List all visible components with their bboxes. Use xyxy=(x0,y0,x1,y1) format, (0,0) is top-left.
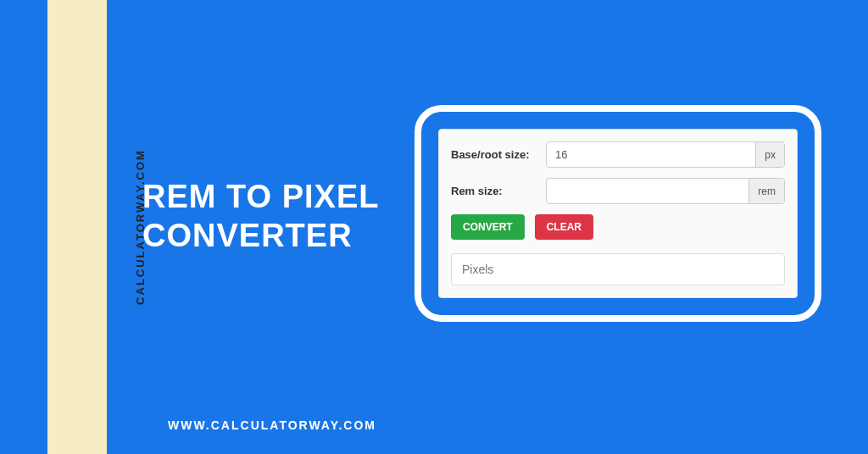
base-size-group: px xyxy=(546,141,785,168)
clear-button[interactable]: CLEAR xyxy=(535,214,593,240)
title-line1: REM TO PIXEL xyxy=(142,179,379,214)
rem-size-input[interactable] xyxy=(547,179,748,203)
title-line2: CONVERTER xyxy=(142,218,353,253)
output-box: Pixels xyxy=(451,253,785,285)
base-size-row: Base/root size: px xyxy=(451,141,785,168)
base-size-input[interactable] xyxy=(547,142,755,167)
rem-size-group: rem xyxy=(546,178,785,204)
rem-size-row: Rem size: rem xyxy=(451,178,785,204)
converter-frame: Base/root size: px Rem size: rem CONVERT… xyxy=(415,105,821,322)
rem-size-label: Rem size: xyxy=(451,185,546,197)
converter-card: Base/root size: px Rem size: rem CONVERT… xyxy=(438,129,798,298)
rem-size-unit: rem xyxy=(748,179,784,203)
decorative-stripe xyxy=(47,0,107,454)
page-title: REM TO PIXEL CONVERTER xyxy=(142,178,379,255)
convert-button[interactable]: CONVERT xyxy=(451,214,525,240)
footer-url: WWW.CALCULATORWAY.COM xyxy=(168,418,376,432)
base-size-label: Base/root size: xyxy=(451,148,546,161)
button-row: CONVERT CLEAR xyxy=(451,214,785,240)
base-size-unit: px xyxy=(755,142,784,167)
